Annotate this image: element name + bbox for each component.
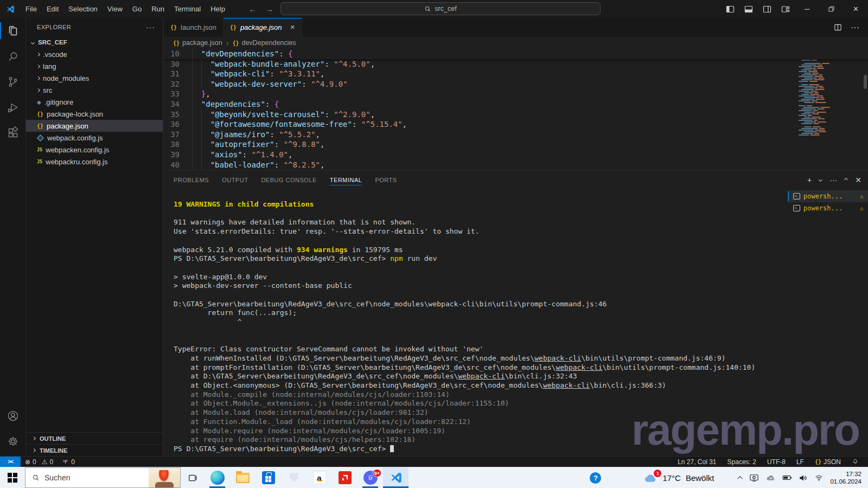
ports-status[interactable]: 0	[58, 457, 79, 467]
run-debug-icon[interactable]	[0, 94, 26, 120]
explorer-icon[interactable]	[0, 18, 26, 43]
code-line-37[interactable]: 37"@jaames/iro": "^5.5.2",	[164, 130, 868, 140]
terminal-link[interactable]: webpack-cli	[534, 354, 581, 362]
explorer-more-actions-icon[interactable]: ···	[146, 23, 155, 31]
code-line-30[interactable]: 30"webpack-bundle-analyzer": "^4.5.0",	[164, 59, 868, 69]
code-line-10[interactable]: 10"devDependencies": {	[164, 49, 868, 59]
panel-tab-debug-console[interactable]: DEBUG CONSOLE	[261, 170, 316, 189]
new-terminal-icon[interactable]: +	[807, 176, 812, 184]
encoding[interactable]: UTF-8	[763, 458, 789, 466]
toggle-secondary-sidebar-icon[interactable]	[758, 0, 776, 18]
maximize-panel-chevron-icon[interactable]	[844, 178, 848, 182]
cursor-position[interactable]: Ln 27, Col 31	[674, 458, 720, 466]
notifications-bell-icon[interactable]	[848, 458, 863, 465]
tree-item-package-lock-json[interactable]: {}package-lock.json	[26, 108, 163, 120]
panel-more-icon[interactable]: ···	[829, 176, 837, 184]
taskbar-amd[interactable]	[332, 467, 358, 488]
menu-file[interactable]: File	[21, 3, 42, 15]
minimap[interactable]	[796, 52, 830, 136]
network-icon[interactable]	[814, 474, 824, 481]
tree-item-node-modules[interactable]: node_modules	[26, 72, 163, 84]
terminal-profile-chevron-icon[interactable]	[819, 178, 822, 182]
tree-item-webpack-config-js[interactable]: webpack.config.js	[26, 132, 163, 144]
extensions-icon[interactable]	[0, 120, 26, 145]
eol[interactable]: LF	[793, 458, 808, 466]
tab-package-json[interactable]: {}package.json✕	[224, 18, 302, 37]
forward-arrow-icon[interactable]: →	[265, 4, 273, 14]
onedrive-icon[interactable]	[765, 474, 776, 481]
tray-expand-chevron-icon[interactable]	[738, 476, 743, 481]
code-line-31[interactable]: 31"webpack-cli": "^3.3.11",	[164, 69, 868, 79]
task-view-button[interactable]	[181, 467, 205, 488]
tree-item-vscode[interactable]: .vscode	[26, 48, 163, 60]
search-sidebar-icon[interactable]	[0, 43, 26, 69]
weather-widget[interactable]: 1 17°C Bewölkt	[643, 472, 714, 483]
taskbar-amazon[interactable]: a	[307, 467, 332, 488]
command-center-search[interactable]: src_cef	[280, 2, 601, 15]
remote-indicator[interactable]: ><	[0, 457, 21, 467]
panel-tab-problems[interactable]: PROBLEMS	[174, 170, 209, 189]
terminal-instance-1[interactable]: >_powersh...⚠	[788, 190, 868, 202]
taskbar-discord[interactable]: 9+	[358, 467, 383, 488]
close-tab-icon[interactable]: ✕	[290, 24, 295, 31]
panel-tab-terminal[interactable]: TERMINAL	[330, 170, 362, 189]
code-editor[interactable]: 10"devDependencies": {30"webpack-bundle-…	[164, 49, 868, 170]
help-tray-icon[interactable]: ?	[590, 472, 601, 484]
restore-button[interactable]	[819, 0, 844, 18]
code-line-35[interactable]: 35"@beyonk/svelte-carousel": "^2.9.0",	[164, 110, 868, 120]
close-panel-icon[interactable]: ✕	[855, 176, 861, 184]
back-arrow-icon[interactable]: ←	[248, 4, 257, 14]
menu-edit[interactable]: Edit	[42, 3, 63, 15]
section-timeline[interactable]: TIMELINE	[26, 444, 163, 456]
battery-icon[interactable]	[782, 474, 792, 481]
tree-item-gitignore[interactable]: ◆.gitignore	[26, 96, 163, 108]
menu-selection[interactable]: Selection	[63, 3, 102, 15]
taskbar-store[interactable]	[256, 467, 281, 488]
taskbar-dropbox[interactable]	[281, 467, 307, 488]
panel-tab-ports[interactable]: PORTS	[375, 170, 397, 189]
toggle-sidebar-icon[interactable]	[721, 0, 739, 18]
taskbar-edge[interactable]	[205, 467, 230, 488]
tree-item-package-json[interactable]: {}package.json	[26, 120, 163, 132]
code-line-40[interactable]: 40"babel-loader": "^8.2.5",	[164, 160, 868, 170]
customize-layout-icon[interactable]	[776, 0, 795, 18]
cast-display-icon[interactable]	[749, 473, 759, 482]
tree-root-src-cef[interactable]: SRC_CEF	[26, 36, 163, 48]
source-control-icon[interactable]	[0, 69, 26, 94]
breadcrumb-item-devdependencies[interactable]: {}devDependencies	[232, 39, 296, 47]
more-actions-icon[interactable]: ···	[851, 23, 859, 33]
taskbar-search[interactable]: Suchen	[25, 467, 181, 488]
tab-launch-json[interactable]: {}launch.json	[164, 18, 224, 37]
terminal-link[interactable]: webpack-cli	[543, 381, 590, 389]
toggle-panel-icon[interactable]	[739, 0, 758, 18]
menu-help[interactable]: Help	[206, 3, 230, 15]
minimize-button[interactable]: ─	[795, 0, 819, 18]
tree-item-src[interactable]: src	[26, 84, 163, 96]
start-button[interactable]	[0, 467, 25, 488]
indentation[interactable]: Spaces: 2	[724, 458, 760, 466]
accounts-icon[interactable]	[0, 403, 26, 428]
editor-scrollbar-thumb[interactable]	[864, 75, 867, 89]
tree-item-webpacken-config-js[interactable]: JSwebpacken.config.js	[26, 144, 163, 156]
close-button[interactable]: ✕	[844, 0, 868, 18]
split-editor-icon[interactable]	[834, 23, 842, 31]
terminal-link[interactable]: webpack-cli	[556, 363, 602, 371]
menu-view[interactable]: View	[103, 3, 127, 15]
code-line-39[interactable]: 39"axios": "^1.4.0",	[164, 150, 868, 160]
taskbar-file-explorer[interactable]	[230, 467, 256, 488]
taskbar-clock[interactable]: 17:32 01.06.2024	[830, 470, 868, 485]
code-line-38[interactable]: 38"autoprefixer": "^9.8.8",	[164, 139, 868, 150]
taskbar-vscode[interactable]	[383, 467, 409, 488]
tree-item-webpackru-config-js[interactable]: JSwebpackru.config.js	[26, 156, 163, 168]
terminal-instance-2[interactable]: >_powersh...⚠	[788, 202, 868, 214]
problems-status[interactable]: ⊗ 0 ⚠ 0	[21, 457, 58, 467]
breadcrumb-item-package-json[interactable]: {}package.json	[173, 39, 222, 47]
settings-gear-icon[interactable]	[0, 428, 26, 454]
code-line-36[interactable]: 36"@fortawesome/fontawesome-free": "^5.1…	[164, 119, 868, 130]
search-highlight-image[interactable]	[149, 468, 180, 487]
section-outline[interactable]: OUTLINE	[26, 432, 163, 444]
terminal-link[interactable]: webpack-cli	[458, 372, 505, 380]
code-line-32[interactable]: 32"webpack-dev-server": "^4.9.0"	[164, 79, 868, 89]
speaker-icon[interactable]	[799, 474, 808, 482]
menu-terminal[interactable]: Terminal	[169, 3, 206, 15]
